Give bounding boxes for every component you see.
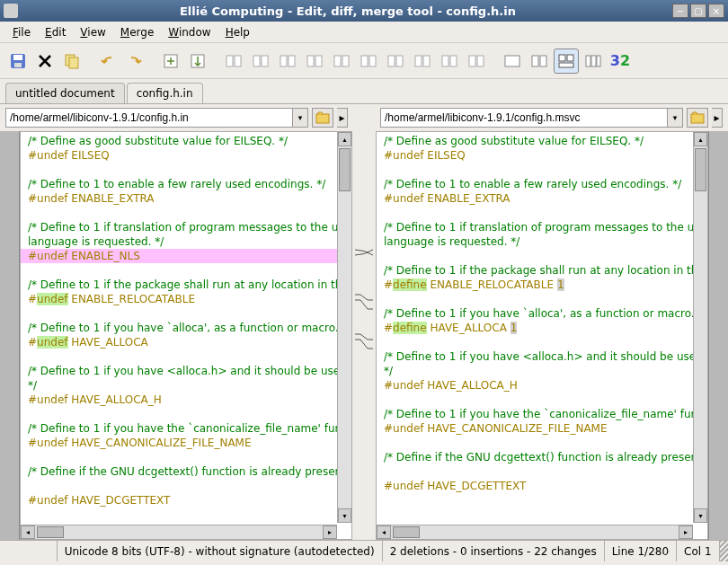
left-code[interactable]: /* Define as good substitute value for E… (21, 132, 351, 539)
save-button[interactable] (5, 49, 31, 74)
path-left-recent-button[interactable]: ▸ (337, 108, 348, 128)
svg-rect-17 (361, 56, 368, 66)
status-col: Col 1 (677, 541, 720, 561)
right-hscroll[interactable]: ◂▸ (377, 525, 693, 539)
app-icon (4, 4, 18, 18)
diff-link-icon (353, 284, 375, 311)
diff-gutter (352, 131, 376, 540)
path-left-browse-button[interactable] (312, 108, 333, 128)
minimize-button[interactable]: − (672, 4, 688, 18)
svg-rect-7 (226, 56, 233, 66)
right-code[interactable]: /* Define as good substitute value for E… (377, 132, 707, 539)
menu-view[interactable]: View (73, 24, 112, 40)
diff-nav-9-button[interactable] (437, 49, 462, 74)
right-pane[interactable]: /* Define as good substitute value for E… (376, 131, 708, 540)
code-line: /* Define to 1 if the package shall run … (384, 264, 707, 277)
left-margin (0, 131, 20, 540)
path-row: ▾ ▸ ▾ ▸ (0, 104, 728, 131)
tab-untitled[interactable]: untitled document (5, 83, 125, 103)
svg-rect-15 (334, 56, 341, 66)
diff-nav-1-button[interactable] (221, 49, 246, 74)
redo-button[interactable] (122, 49, 147, 74)
svg-rect-26 (477, 56, 484, 66)
diff-nav-2-button[interactable] (248, 49, 273, 74)
diff-nav-4-button[interactable] (302, 49, 327, 74)
svg-rect-27 (505, 56, 519, 66)
svg-rect-23 (442, 56, 448, 66)
menu-merge[interactable]: Merge (113, 24, 161, 40)
code-line: #undef EILSEQ (28, 149, 110, 162)
svg-rect-30 (559, 55, 565, 61)
svg-rect-37 (691, 114, 704, 123)
diff-nav-8-button[interactable] (410, 49, 435, 74)
menu-help[interactable]: Help (218, 24, 257, 40)
menu-window[interactable]: Window (161, 24, 218, 40)
right-vscroll[interactable]: ▴▾ (693, 132, 707, 523)
svg-rect-32 (559, 63, 573, 67)
window-controls: − ▢ × (672, 4, 724, 18)
maximize-button[interactable]: ▢ (690, 4, 706, 18)
svg-rect-33 (586, 56, 590, 66)
layout-3-button[interactable] (554, 49, 579, 74)
diff-changed-line: #define ENABLE_RELOCATABLE 1 (384, 278, 704, 292)
layout-2-button[interactable] (527, 49, 552, 74)
path-left-dropdown[interactable]: ▾ (292, 108, 308, 128)
status-line: Line 1/280 (605, 541, 677, 561)
svg-rect-8 (235, 56, 241, 66)
path-left: ▾ ▸ (5, 108, 348, 128)
close-button[interactable]: × (708, 4, 724, 18)
code-line: /* Define if the GNU dcgettext() functio… (384, 451, 707, 463)
path-right-dropdown[interactable]: ▾ (667, 108, 683, 128)
svg-rect-1 (13, 55, 22, 60)
layout-4-button[interactable] (581, 49, 606, 74)
close-file-button[interactable] (32, 49, 58, 74)
code-line: #undef HAVE_ALLOCA_H (384, 379, 518, 392)
resize-grip[interactable] (720, 541, 728, 561)
window-title: Ellié Computing - Edit, diff, merge tool… (23, 4, 672, 18)
code-line: language is requested. */ (384, 235, 519, 248)
code-line: language is requested. */ (28, 235, 164, 248)
toolbar: 32 (0, 43, 728, 79)
layout-1-button[interactable] (500, 49, 525, 74)
three-two-button[interactable]: 32 (608, 49, 633, 74)
diff-nav-6-button[interactable] (356, 49, 381, 74)
svg-rect-24 (450, 56, 457, 66)
code-line: /* Define if the GNU dcgettext() functio… (28, 465, 351, 478)
status-spacer (0, 541, 58, 561)
tool-1-button[interactable] (158, 49, 183, 74)
code-line: /* Define to 1 if you have the `canonica… (28, 422, 351, 435)
diff-changed-line: #define HAVE_ALLOCA 1 (384, 321, 704, 335)
diff-nav-3-button[interactable] (275, 49, 300, 74)
tab-config[interactable]: config.h.in (127, 83, 203, 103)
left-hscroll[interactable]: ◂▸ (21, 525, 337, 539)
undo-button[interactable] (95, 49, 120, 74)
path-right-browse-button[interactable] (687, 108, 708, 128)
svg-rect-11 (280, 56, 287, 66)
svg-rect-31 (567, 55, 573, 61)
left-vscroll[interactable]: ▴▾ (337, 132, 351, 523)
svg-rect-9 (253, 56, 260, 66)
diff-changed-line: #undef ENABLE_RELOCATABLE (28, 292, 348, 306)
code-line: */ (28, 379, 37, 392)
code-line: #undef HAVE_CANONICALIZE_FILE_NAME (28, 437, 252, 449)
menu-edit[interactable]: Edit (38, 24, 73, 40)
code-line: /* Define to 1 if you have `alloca', as … (28, 322, 351, 334)
tool-2-button[interactable] (185, 49, 210, 74)
path-right-recent-button[interactable]: ▸ (712, 108, 723, 128)
status-changes: 2 deletions - 0 insertions - 22 changes (383, 541, 605, 561)
left-pane[interactable]: /* Define as good substitute value for E… (20, 131, 352, 540)
menu-file[interactable]: File (5, 24, 38, 40)
diff-nav-7-button[interactable] (383, 49, 408, 74)
path-right-input[interactable] (380, 108, 667, 128)
path-left-combo: ▾ (5, 108, 308, 128)
reload-button[interactable] (59, 49, 84, 74)
svg-rect-36 (316, 114, 329, 123)
path-left-input[interactable] (5, 108, 292, 128)
svg-rect-29 (540, 56, 546, 66)
code-line: #undef EILSEQ (384, 149, 466, 162)
code-line: /* Define to 1 if you have <alloca.h> an… (384, 350, 707, 363)
status-encoding: Unicode 8 bits (UTF-8) - without signatu… (58, 541, 383, 561)
diff-nav-10-button[interactable] (464, 49, 489, 74)
diff-nav-5-button[interactable] (329, 49, 354, 74)
svg-rect-18 (369, 56, 376, 66)
